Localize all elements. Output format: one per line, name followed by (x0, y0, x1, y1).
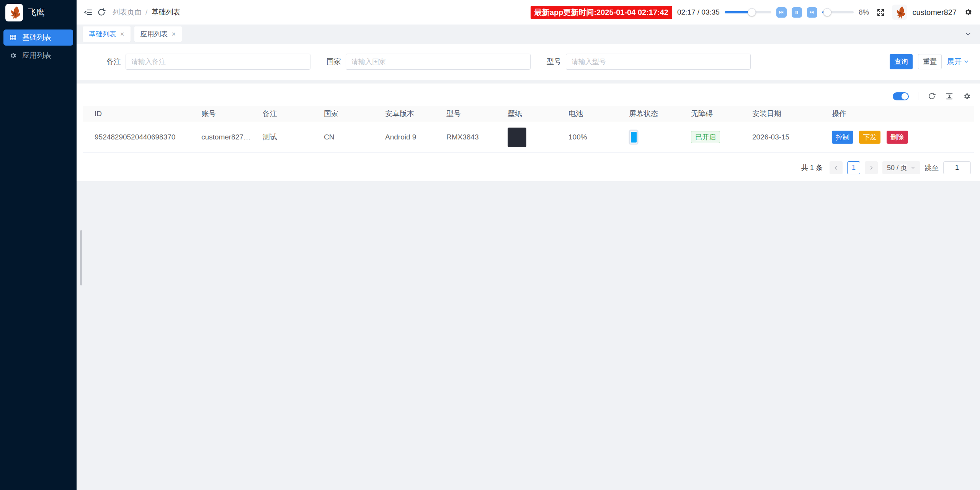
sidebar: 飞鹰 基础列表 应用列表 (0, 0, 77, 490)
toolbar-divider (918, 92, 918, 100)
field-note: 备注 (106, 54, 310, 70)
tab-bar: 基础列表 × 应用列表 × (77, 25, 980, 44)
gear-icon (9, 52, 17, 59)
topbar-right: 最新app更新时间:2025-01-04 02:17:42 02:17 / 03… (531, 5, 975, 20)
dispatch-button[interactable]: 下发 (859, 131, 880, 144)
chevron-down-icon[interactable] (962, 30, 974, 38)
chevron-down-icon (910, 165, 916, 170)
query-button[interactable]: 查询 (890, 54, 913, 69)
country-input[interactable] (346, 54, 531, 70)
col-actions: 操作 (828, 106, 974, 122)
col-model: 型号 (443, 106, 504, 122)
model-input[interactable] (566, 54, 751, 70)
fullscreen-icon[interactable] (874, 6, 887, 19)
sidebar-item-basic-list[interactable]: 基础列表 (3, 29, 73, 46)
breadcrumb: 列表页面 / 基础列表 (113, 7, 180, 17)
cell-id: 95248290520440698370 (83, 122, 198, 152)
tab-label: 应用列表 (140, 29, 168, 39)
note-input[interactable] (126, 54, 310, 70)
tab-label: 基础列表 (89, 29, 116, 39)
table-card: ID 账号 备注 国家 安卓版本 型号 壁纸 电池 屏幕状态 无障碍 安装日期 … (77, 84, 980, 181)
jump-to-input[interactable] (943, 161, 971, 174)
cell-install-date: 2026-03-15 (748, 122, 828, 152)
col-android-version: 安卓版本 (381, 106, 443, 122)
cell-note: 测试 (259, 122, 320, 152)
tab-close-icon[interactable]: × (120, 31, 124, 38)
cell-battery: 100% (565, 122, 625, 152)
cell-country: CN (320, 122, 381, 152)
chevron-down-icon (963, 59, 969, 65)
cell-actions: 控制 下发 删除 (828, 122, 974, 152)
field-label: 国家 (327, 57, 341, 67)
reset-button[interactable]: 重置 (918, 54, 942, 69)
delete-button[interactable]: 删除 (887, 131, 908, 144)
vertical-scrollbar-thumb[interactable] (80, 230, 82, 285)
table-header-row: ID 账号 备注 国家 安卓版本 型号 壁纸 电池 屏幕状态 无障碍 安装日期 … (83, 106, 974, 122)
pause-button[interactable] (792, 7, 802, 18)
sidebar-item-label: 基础列表 (22, 33, 51, 43)
field-label: 备注 (106, 57, 121, 67)
tab-close-icon[interactable]: × (172, 31, 176, 38)
volume-slider[interactable] (822, 11, 854, 13)
expand-link[interactable]: 展开 (947, 57, 969, 67)
screen-on-phone-icon[interactable] (629, 130, 638, 144)
status-badge: 已开启 (691, 131, 720, 143)
topbar: 列表页面 / 基础列表 最新app更新时间:2025-01-04 02:17:4… (77, 0, 980, 25)
volume-percent: 8% (859, 8, 869, 16)
playback-progress-slider[interactable] (725, 11, 771, 13)
wallpaper-thumbnail[interactable] (508, 128, 526, 147)
sidebar-menu: 基础列表 应用列表 (0, 28, 77, 66)
control-button[interactable]: 控制 (832, 131, 853, 144)
next-page-button[interactable] (865, 161, 878, 174)
page-number-button[interactable]: 1 (847, 161, 860, 174)
search-actions: 查询 重置 展开 (890, 54, 974, 69)
table-row: 95248290520440698370 customer827@tes... … (83, 122, 974, 152)
col-wallpaper: 壁纸 (504, 106, 565, 122)
total-count: 共 1 条 (801, 163, 823, 172)
col-accessibility: 无障碍 (687, 106, 748, 122)
slider-handle[interactable] (748, 8, 756, 16)
device-table: ID 账号 备注 国家 安卓版本 型号 壁纸 电池 屏幕状态 无障碍 安装日期 … (83, 106, 974, 153)
rewind-button[interactable] (776, 7, 787, 18)
grid-icon (9, 34, 17, 41)
cell-account: customer827@tes... (198, 122, 259, 152)
search-form: 备注 国家 型号 查询 重置 展开 (77, 44, 980, 80)
tab-basic-list[interactable]: 基础列表 × (83, 26, 131, 42)
prev-page-button[interactable] (830, 161, 843, 174)
cell-android-version: Android 9 (381, 122, 443, 152)
sidebar-item-app-list[interactable]: 应用列表 (3, 48, 73, 64)
cell-model: RMX3843 (443, 122, 504, 152)
playback-time: 02:17 / 03:35 (677, 8, 720, 16)
col-country: 国家 (320, 106, 381, 122)
eagle-logo-icon (5, 4, 23, 21)
col-note: 备注 (259, 106, 320, 122)
app-title: 飞鹰 (28, 7, 45, 18)
app-update-time-badge: 最新app更新时间:2025-01-04 02:17:42 (531, 6, 672, 19)
field-model: 型号 (547, 54, 751, 70)
cell-screen-status (625, 122, 687, 152)
sidebar-item-label: 应用列表 (22, 51, 51, 61)
settings-gear-icon[interactable] (962, 6, 975, 19)
refresh-icon[interactable] (95, 6, 108, 19)
tab-app-list[interactable]: 应用列表 × (134, 26, 182, 42)
table-toolbar (83, 88, 974, 104)
cell-wallpaper (504, 122, 565, 152)
username[interactable]: customer827 (912, 8, 957, 17)
row-density-icon[interactable] (945, 92, 954, 100)
col-install-date: 安装日期 (748, 106, 828, 122)
fast-forward-button[interactable] (807, 7, 817, 18)
sidebar-fold-icon[interactable] (82, 6, 95, 19)
breadcrumb-parent[interactable]: 列表页面 (113, 7, 142, 17)
breadcrumb-current: 基础列表 (151, 7, 180, 17)
slider-handle[interactable] (823, 8, 831, 16)
col-account: 账号 (198, 106, 259, 122)
app-logo: 飞鹰 (0, 0, 77, 25)
page-size-select[interactable]: 50 / 页 (882, 161, 920, 174)
column-settings-gear-icon[interactable] (963, 92, 971, 100)
table-refresh-icon[interactable] (928, 92, 936, 100)
user-avatar[interactable] (892, 5, 907, 20)
main-area: 列表页面 / 基础列表 最新app更新时间:2025-01-04 02:17:4… (77, 0, 980, 490)
pagination: 共 1 条 1 50 / 页 跳至 (83, 161, 974, 174)
auto-refresh-toggle[interactable] (893, 92, 909, 100)
cell-accessibility: 已开启 (687, 122, 748, 152)
